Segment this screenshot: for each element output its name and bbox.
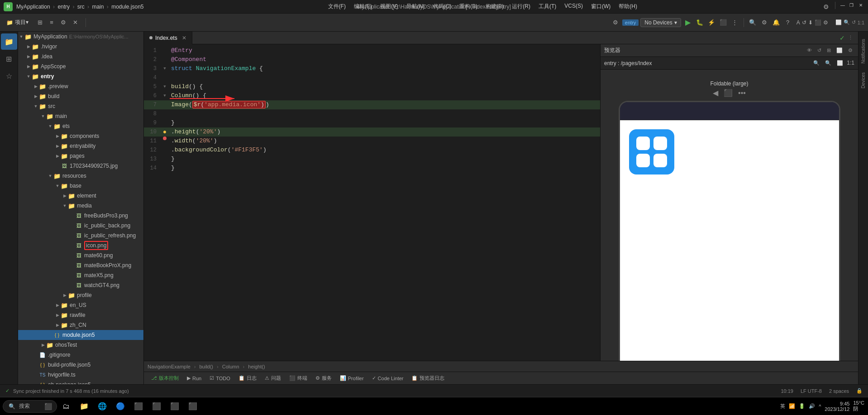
menu-tools[interactable]: 工具(T) [535,2,560,11]
terminal-btn[interactable]: ⬛ 终端 [286,374,311,382]
project-tab[interactable]: 📁 [1,33,17,50]
codelinter-btn[interactable]: ✓ Code Linter [368,374,407,382]
back-btn[interactable]: ◀ [713,89,718,97]
fold-btn-5[interactable]: ▼ [163,82,166,91]
issues-btn[interactable]: ⚠ 问题 [261,374,285,382]
devtools-btn[interactable]: ⬛ [185,398,201,415]
fit-icon[interactable]: ⬜ [835,60,845,66]
chevron-up-icon[interactable]: ^ [819,404,821,409]
tree-enus[interactable]: ▶ 📁 en_US [18,300,143,310]
profiler-btn[interactable]: 📊 Profiler [336,374,367,382]
run-btn[interactable]: ▶ Run [183,374,205,382]
devices-label-right[interactable]: Devices [860,69,867,92]
structure-tab[interactable]: ⊞ [1,51,17,67]
fold-btn-3[interactable]: ▼ [163,64,166,73]
tree-icback[interactable]: 🖼 ic_public_back.png [18,221,143,231]
tree-element[interactable]: ▶ 📁 element [18,191,143,201]
tree-idea[interactable]: ▶ 📁 .idea [18,52,143,61]
close-button[interactable]: ✕ [857,2,864,9]
tree-media[interactable]: ▼ 📁 media [18,201,143,211]
grid-icon[interactable]: ⊞ [825,47,833,54]
log-btn[interactable]: 📋 日志 [235,374,260,382]
file-explorer-btn[interactable]: 🗂 [58,398,74,415]
zoom-out-icon[interactable]: 🔍 [823,60,833,66]
search-icon[interactable]: 🔍 [748,18,758,28]
tree-watch[interactable]: 🖼 watchGT4.png [18,280,143,290]
edge-btn[interactable]: 🌐 [94,398,110,415]
devices-dropdown[interactable]: No Devices ▾ [640,18,681,27]
menu-run[interactable]: 运行(R) [508,2,534,11]
config-icon[interactable]: ⚙ [759,18,769,28]
tree-pages[interactable]: ▶ 📁 pages [18,151,143,161]
list-icon[interactable]: ≡ [47,18,57,28]
tree-mate60[interactable]: 🖼 mate60.png [18,250,143,260]
close-panel-icon[interactable]: ✕ [70,18,80,28]
lock-icon[interactable]: 🔒 [856,388,863,394]
tab-close-icon[interactable]: ✕ [182,35,186,41]
tree-src[interactable]: ▼ 📁 src [18,101,143,111]
tree-gitignore[interactable]: 📄 .gitignore [18,350,143,360]
settings2-icon[interactable]: ⚙ [610,18,620,28]
fold-btn-6[interactable]: ▼ [163,91,166,100]
lang-indicator[interactable]: 英 [780,403,785,410]
project-dropdown[interactable]: 📁 项目▾ [4,18,31,27]
tree-entry[interactable]: ▼ 📁 entry [18,71,143,81]
app2-btn[interactable]: ⬛ [148,398,165,415]
expand-preview-icon[interactable]: ⬜ [835,47,844,54]
tree-freebuds[interactable]: 🖼 freeBudsPro3.png [18,211,143,221]
editor-more-icon[interactable]: ⋮ [847,34,854,41]
more-device-btn[interactable]: ••• [738,89,746,97]
stop-icon[interactable]: ⬛ [718,18,728,28]
editor-content[interactable]: 1 @Entry 2 @Component 3 [144,44,600,361]
tree-main[interactable]: ▼ 📁 main [18,111,143,121]
taskbar-search[interactable]: 🔍 搜索 [22,398,38,415]
tree-resources[interactable]: ▼ 📁 resources [18,171,143,181]
tree-matex5[interactable]: 🖼 mateX5.png [18,270,143,280]
chrome-btn[interactable]: 🔵 [112,398,129,415]
tree-build[interactable]: ▶ 📁 build [18,91,143,101]
encoding-indicator[interactable]: LF UTF-8 [801,388,822,394]
menu-help[interactable]: 帮助(H) [615,2,641,11]
indent-indicator[interactable]: 2 spaces [829,388,849,394]
tree-preview[interactable]: ▶ 📁 .preview [18,81,143,91]
tab-indexets[interactable]: Index.ets ✕ [144,32,192,44]
tree-profile[interactable]: ▶ 📁 profile [18,290,143,300]
tree-buildprofile[interactable]: { } build-profile.json5 [18,360,143,370]
tree-ohpackage[interactable]: { } oh-package.json5 [18,380,143,384]
more-run-icon[interactable]: ⋮ [730,18,740,28]
tree-hvigor[interactable]: ▶ 📁 .hvigor [18,42,143,52]
tree-icon-png[interactable]: 🖼 icon.png [18,241,143,250]
tree-icrefresh[interactable]: 🖼 ic_public_refresh.png [18,231,143,241]
taskbar-clock[interactable]: 9:45 2023/12/12 [825,401,849,412]
layout-icon[interactable]: ⊞ [35,18,45,28]
settings-icon[interactable]: ⚙ [821,2,831,12]
tree-components[interactable]: ▶ 📁 components [18,131,143,141]
tree-rawfile[interactable]: ▶ 📁 rawfile [18,310,143,320]
help-icon[interactable]: ? [783,18,793,28]
rotate-btn[interactable]: ⬛ [724,89,733,97]
app3-btn[interactable]: ⬛ [167,398,183,415]
sync-icon[interactable]: ↺ [816,47,823,54]
tree-hvigorfile[interactable]: TS hvigorfile.ts [18,370,143,380]
todo-btn[interactable]: ☑ TODO [206,374,234,382]
services-btn[interactable]: ⚙ 服务 [312,374,335,382]
tree-base[interactable]: ▼ 📁 base [18,181,143,191]
git-btn[interactable]: ⎇ 版本控制 [148,374,182,382]
tree-entryability[interactable]: ▶ 📁 entryability [18,141,143,151]
tree-ohostest[interactable]: ▶ 📁 ohosTest [18,340,143,350]
menu-file[interactable]: 文件(F) [324,2,349,11]
tree-root[interactable]: ▼ 📁 MyApplication E:\HarmonyOS\MyApplic.… [18,32,143,42]
tree-ets[interactable]: ▼ 📁 ets [18,121,143,131]
taskview-button[interactable]: ⬛ [40,398,56,415]
previewlog-btn[interactable]: 📋 预览器日志 [408,374,448,382]
run-icon[interactable]: ▶ [683,18,693,28]
tree-zhcn[interactable]: ▶ 📁 zh_CN [18,320,143,330]
menu-vcs[interactable]: VCS(S) [561,2,587,11]
folder-btn[interactable]: 📁 [76,398,92,415]
cog-icon[interactable]: ⚙ [58,18,68,28]
notify-icon[interactable]: 🔔 [771,18,781,28]
line-col-indicator[interactable]: 10:19 [781,388,793,394]
debug-icon[interactable]: 🐛 [695,18,705,28]
tree-appscope[interactable]: ▶ 📁 AppScope [18,61,143,71]
tree-module-json5[interactable]: { } module.json5 [18,330,143,340]
